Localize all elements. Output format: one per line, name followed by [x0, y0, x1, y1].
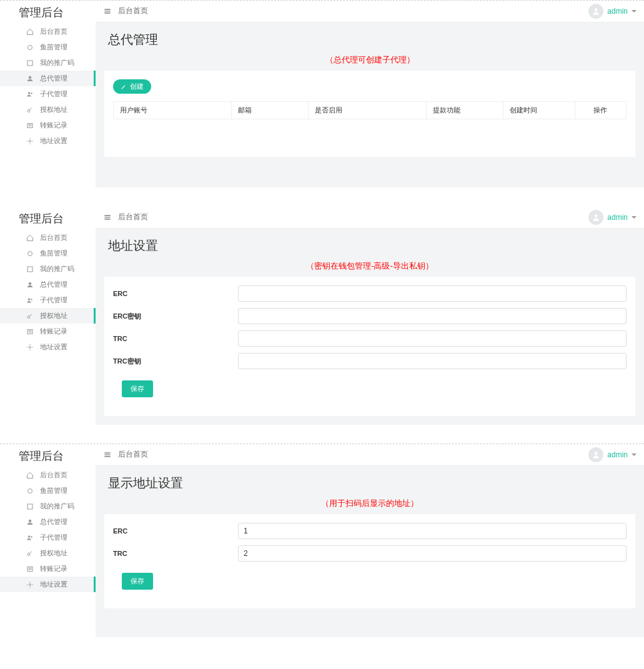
sidebar-item-home[interactable]: 后台首页	[0, 467, 96, 483]
save-button[interactable]: 保存	[122, 573, 153, 590]
sidebar-item-label: 我的推广码	[40, 264, 74, 274]
sidebar-item-auth-addr[interactable]: 授权地址	[0, 308, 96, 324]
qrcode-icon	[25, 265, 35, 273]
panel-display-address-settings: 管理后台 后台首页 鱼苗管理 我的推广码 总代管理 子代管理 授权地址 转账记录…	[0, 444, 644, 637]
sidebar-item-fish[interactable]: 鱼苗管理	[0, 483, 96, 498]
sidebar-item-addr-set[interactable]: 地址设置	[0, 339, 96, 355]
sidebar-item-label: 地址设置	[40, 342, 67, 352]
sidebar-item-auth-addr[interactable]: 授权地址	[0, 545, 96, 561]
sidebar-item-label: 后台首页	[40, 233, 67, 242]
edit-icon	[121, 84, 127, 90]
sidebar-item-addr-set[interactable]: 地址设置	[0, 133, 96, 149]
key-icon	[25, 312, 35, 320]
fish-icon	[25, 44, 35, 51]
sidebar-item-home[interactable]: 后台首页	[0, 230, 96, 245]
label-erc: ERC	[113, 290, 238, 297]
form-row-erc: ERC	[113, 523, 627, 539]
sidebar-item-addr-set[interactable]: 地址设置	[0, 577, 96, 592]
svg-point-7	[29, 140, 31, 142]
user-menu[interactable]: admin	[588, 447, 637, 462]
sidebar-item-fish[interactable]: 鱼苗管理	[0, 39, 96, 55]
home-icon	[25, 234, 35, 242]
divider	[0, 0, 644, 1]
content-card: ERC TRC 保存	[104, 514, 635, 608]
col-ops: 操作	[575, 102, 626, 119]
col-withdraw: 提款功能	[426, 102, 503, 119]
create-label: 创建	[130, 82, 144, 91]
form-row-erc-key: ERC密钥	[113, 308, 627, 324]
input-erc[interactable]	[238, 285, 627, 302]
panel-address-settings: 管理后台 后台首页 鱼苗管理 我的推广码 总代管理 子代管理 授权地址 转账记录…	[0, 206, 644, 425]
input-erc[interactable]	[238, 523, 627, 539]
create-button[interactable]: 创建	[113, 79, 151, 94]
sidebar-item-label: 后台首页	[40, 27, 67, 36]
sidebar-item-agent[interactable]: 总代管理	[0, 71, 96, 86]
annotation-text: （密钥在钱包管理-高级-导出私钥）	[96, 258, 644, 277]
input-erc-key[interactable]	[238, 308, 627, 324]
avatar	[588, 210, 603, 225]
users-icon	[25, 297, 35, 304]
sidebar-item-label: 后台首页	[40, 470, 67, 480]
sidebar-item-agent[interactable]: 总代管理	[0, 277, 96, 292]
sidebar-item-fish[interactable]: 鱼苗管理	[0, 245, 96, 261]
menu-toggle-icon[interactable]	[103, 213, 112, 222]
svg-point-20	[29, 520, 31, 522]
chevron-down-icon	[632, 453, 637, 456]
user-icon	[25, 518, 35, 526]
sidebar-item-subagent[interactable]: 子代管理	[0, 292, 96, 308]
home-icon	[25, 472, 35, 479]
sidebar-item-subagent[interactable]: 子代管理	[0, 530, 96, 545]
svg-point-18	[28, 488, 32, 493]
svg-point-25	[29, 583, 31, 585]
sidebar-item-label: 地址设置	[40, 136, 67, 146]
username: admin	[607, 7, 628, 16]
svg-point-2	[29, 76, 31, 79]
sidebar-item-agent[interactable]: 总代管理	[0, 514, 96, 530]
sidebar-item-promo[interactable]: 我的推广码	[0, 498, 96, 514]
sidebar-item-label: 地址设置	[40, 580, 67, 589]
sidebar-item-transfer[interactable]: 转账记录	[0, 324, 96, 339]
sidebar-item-label: 鱼苗管理	[40, 42, 67, 52]
top-bar: 后台首页 admin	[96, 0, 644, 22]
sidebar-item-promo[interactable]: 我的推广码	[0, 55, 96, 71]
breadcrumb[interactable]: 后台首页	[118, 212, 148, 222]
users-icon	[25, 91, 35, 98]
sidebar-item-transfer[interactable]: 转账记录	[0, 561, 96, 577]
input-trc-key[interactable]	[238, 353, 627, 369]
breadcrumb[interactable]: 后台首页	[118, 6, 148, 16]
breadcrumb-area: 后台首页	[103, 449, 148, 460]
sidebar-item-label: 我的推广码	[40, 58, 74, 67]
username: admin	[607, 213, 628, 222]
svg-point-13	[31, 299, 32, 300]
sidebar-item-auth-addr[interactable]: 授权地址	[0, 102, 96, 117]
svg-point-0	[28, 45, 32, 49]
breadcrumb[interactable]: 后台首页	[118, 449, 148, 460]
sidebar-item-subagent[interactable]: 子代管理	[0, 86, 96, 102]
input-trc[interactable]	[238, 545, 627, 562]
input-trc[interactable]	[238, 330, 627, 347]
form-row-trc: TRC	[113, 545, 627, 562]
form-row-trc-key: TRC密钥	[113, 353, 627, 369]
fish-icon	[25, 250, 35, 257]
chevron-down-icon	[632, 216, 637, 219]
agent-table: 用户账号 邮箱 是否启用 提款功能 创建时间 操作	[113, 101, 627, 119]
svg-point-17	[595, 214, 598, 217]
sidebar-item-label: 子代管理	[40, 533, 67, 542]
location-icon	[25, 137, 35, 145]
user-menu[interactable]: admin	[588, 210, 637, 225]
list-icon	[25, 328, 35, 335]
user-icon	[25, 281, 35, 289]
menu-toggle-icon[interactable]	[103, 450, 112, 459]
sidebar-item-home[interactable]: 后台首页	[0, 24, 96, 39]
list-icon	[25, 565, 35, 573]
svg-point-16	[29, 346, 31, 348]
label-erc-key: ERC密钥	[113, 312, 238, 321]
user-menu[interactable]: admin	[588, 4, 637, 19]
save-button[interactable]: 保存	[122, 380, 153, 397]
qrcode-icon	[25, 59, 35, 67]
page-title: 总代管理	[96, 22, 644, 52]
sidebar-item-promo[interactable]: 我的推广码	[0, 261, 96, 277]
menu-toggle-icon[interactable]	[103, 7, 112, 16]
sidebar-item-transfer[interactable]: 转账记录	[0, 117, 96, 133]
avatar	[588, 4, 603, 19]
